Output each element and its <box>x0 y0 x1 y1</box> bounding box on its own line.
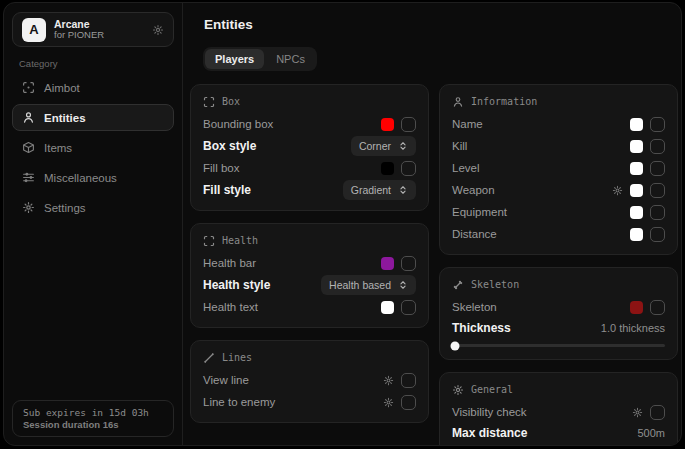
checkbox[interactable] <box>650 139 665 154</box>
gear-icon[interactable] <box>152 24 164 36</box>
row-level: Level <box>452 157 665 179</box>
line-icon <box>203 352 215 364</box>
card-title: Box <box>222 96 240 107</box>
row-label: Equipment <box>452 206 630 218</box>
checkbox[interactable] <box>650 161 665 176</box>
sidebar-item-label: Aimbot <box>44 82 80 94</box>
card-title: Information <box>471 96 537 107</box>
gear-icon[interactable] <box>612 185 623 196</box>
sidebar-item-label: Entities <box>44 112 86 124</box>
row-distance: Distance <box>452 223 665 245</box>
thickness-slider[interactable] <box>452 344 665 347</box>
color-swatch[interactable] <box>630 301 643 314</box>
tab-npcs[interactable]: NPCs <box>266 49 315 69</box>
health-style-dropdown[interactable]: Health based <box>321 275 416 295</box>
sliders-icon <box>22 171 35 184</box>
bone-icon <box>452 279 464 291</box>
slider-thumb[interactable] <box>451 341 460 350</box>
row-label: Fill style <box>203 183 343 197</box>
checkbox[interactable] <box>401 395 416 410</box>
brand-subtitle: for PIONER <box>54 30 104 41</box>
row-weapon: Weapon <box>452 179 665 201</box>
checkbox[interactable] <box>401 161 416 176</box>
row-label: Health style <box>203 278 321 292</box>
color-swatch[interactable] <box>381 301 394 314</box>
tab-bar: Players NPCs <box>203 47 317 71</box>
max-distance-value: 500m <box>637 427 665 439</box>
right-column: Information Name Kill Level Weapon Equip… <box>439 84 678 446</box>
card-header: Information <box>452 93 665 110</box>
box-card: Box Bounding box Box style Corner Fill b… <box>190 84 429 211</box>
sidebar-item-miscellaneous[interactable]: Miscellaneous <box>12 164 174 191</box>
checkbox[interactable] <box>650 117 665 132</box>
card-title: General <box>471 384 513 395</box>
sidebar-item-entities[interactable]: Entities <box>12 104 174 131</box>
card-header: Lines <box>203 349 416 366</box>
row-health-text: Health text <box>203 296 416 318</box>
row-line-to-enemy: Line to enemy <box>203 391 416 413</box>
row-view-line: View line <box>203 369 416 391</box>
gear-icon <box>452 384 464 396</box>
row-label: Skeleton <box>452 301 630 313</box>
checkbox[interactable] <box>650 405 665 420</box>
sidebar-item-label: Miscellaneous <box>44 172 117 184</box>
row-label: Bounding box <box>203 118 381 130</box>
color-swatch[interactable] <box>381 162 394 175</box>
card-title: Skeleton <box>471 279 519 290</box>
color-swatch[interactable] <box>630 162 643 175</box>
fill-style-dropdown[interactable]: Gradient <box>343 180 416 200</box>
gear-icon[interactable] <box>383 397 394 408</box>
row-label: Box style <box>203 139 351 153</box>
row-label: Visibility check <box>452 406 632 418</box>
checkbox[interactable] <box>650 227 665 242</box>
color-swatch[interactable] <box>630 184 643 197</box>
row-max-distance: Max distance 500m <box>452 423 665 443</box>
color-swatch[interactable] <box>381 257 394 270</box>
sub-expires-text: Sub expires in 15d 03h <box>23 407 163 418</box>
box-style-dropdown[interactable]: Corner <box>351 136 416 156</box>
color-swatch[interactable] <box>630 206 643 219</box>
color-swatch[interactable] <box>630 118 643 131</box>
row-label: Line to enemy <box>203 396 383 408</box>
row-label: Weapon <box>452 184 612 196</box>
gear-icon[interactable] <box>383 375 394 386</box>
gear-icon[interactable] <box>632 407 643 418</box>
checkbox[interactable] <box>401 373 416 388</box>
scan-icon <box>203 96 215 108</box>
thickness-value: 1.0 thickness <box>601 322 665 334</box>
row-bounding-box: Bounding box <box>203 113 416 135</box>
lines-card: Lines View line Line to enemy <box>190 340 429 423</box>
row-skeleton: Skeleton <box>452 296 665 318</box>
sidebar-item-aimbot[interactable]: Aimbot <box>12 74 174 101</box>
color-swatch[interactable] <box>630 228 643 241</box>
unfold-icon <box>398 141 408 151</box>
sidebar-item-settings[interactable]: Settings <box>12 194 174 221</box>
session-duration-text: Session duration 16s <box>23 419 163 430</box>
sidebar-item-items[interactable]: Items <box>12 134 174 161</box>
checkbox[interactable] <box>650 300 665 315</box>
app-window: A Arcane for PIONER Category Aimbot Enti… <box>3 2 682 446</box>
row-label: Fill box <box>203 162 381 174</box>
checkbox[interactable] <box>401 117 416 132</box>
checkbox[interactable] <box>401 256 416 271</box>
checkbox[interactable] <box>650 205 665 220</box>
category-label: Category <box>19 58 58 69</box>
row-label: Health text <box>203 301 381 313</box>
tab-players[interactable]: Players <box>205 49 264 69</box>
general-card: General Visibility check Max distance 50… <box>439 372 678 446</box>
row-label: View line <box>203 374 383 386</box>
card-title: Lines <box>222 352 252 363</box>
subscription-info: Sub expires in 15d 03h Session duration … <box>12 400 174 437</box>
checkbox[interactable] <box>401 300 416 315</box>
row-label: Kill <box>452 140 630 152</box>
dropdown-value: Corner <box>359 140 391 152</box>
row-name: Name <box>452 113 665 135</box>
checkbox[interactable] <box>650 183 665 198</box>
color-swatch[interactable] <box>381 118 394 131</box>
health-card: Health Health bar Health style Health ba… <box>190 223 429 328</box>
row-label: Name <box>452 118 630 130</box>
color-swatch[interactable] <box>630 140 643 153</box>
row-health-bar: Health bar <box>203 252 416 274</box>
sidebar-nav: Aimbot Entities Items Miscellaneous Sett… <box>12 74 174 221</box>
row-label: Health bar <box>203 257 381 269</box>
